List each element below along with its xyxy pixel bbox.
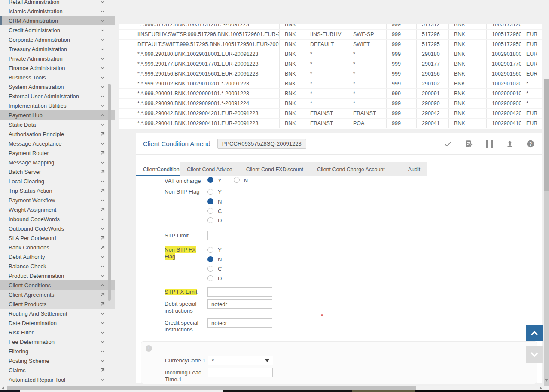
chevron-down-icon <box>100 330 105 335</box>
sidebar-item-islamic-administration[interactable]: Islamic Administration <box>0 6 115 16</box>
scrollbar-right-arrow-icon[interactable] <box>540 386 542 390</box>
horizontal-scrollbar-thumb[interactable] <box>7 386 416 390</box>
tab-audit[interactable]: Audit <box>401 162 427 176</box>
radio-vat-on-charge-n[interactable] <box>234 177 240 183</box>
table-cell: * <box>348 69 387 79</box>
sidebar-item-outbound-codewords[interactable]: Outbound CodeWords <box>0 224 115 233</box>
table-cell <box>521 24 542 29</box>
table-cell: IINSEURHV.SWFSP.999.517296.BNK.100517296… <box>119 30 280 39</box>
sidebar-item-client-conditions[interactable]: Client Conditions <box>0 280 115 290</box>
sidebar-item-static-data[interactable]: Static Data <box>0 120 115 129</box>
horizontal-scrollbar[interactable] <box>0 386 549 390</box>
sidebar-item-finance-administration[interactable]: Finance Administration <box>0 63 115 73</box>
table-cell: *.*.999.290041.BNK.10029004101.EUR-20091… <box>119 119 280 128</box>
sidebar-item-implementation-utilities[interactable]: Implementation Utilities <box>0 101 115 110</box>
tab-client-cond-fxdiscount[interactable]: Client Cond FXDiscount <box>239 162 310 176</box>
table-row[interactable]: *.*.999.290091.BNK.10029009101.*-2009122… <box>119 89 542 99</box>
sidebar-item-batch-server[interactable]: Batch Server <box>0 167 115 176</box>
sidebar-item-authorisation-principle[interactable]: Authorisation Principle <box>0 129 115 139</box>
upload-icon[interactable] <box>505 139 515 149</box>
sidebar-item-trip-status-action[interactable]: Trip Status Action <box>0 186 115 195</box>
sidebar-item-private-administration[interactable]: Private Administration <box>0 54 115 63</box>
sidebar-item-routing-and-settlement[interactable]: Routing And Settlement <box>0 309 115 318</box>
table-row[interactable]: *.*.999.290156.BNK.10029015601.EUR-20091… <box>119 69 542 79</box>
sidebar-item-bank-conditions[interactable]: Bank Conditions <box>0 243 115 252</box>
radio-non-stp-flag-c[interactable] <box>207 208 214 214</box>
table-row[interactable]: *.*.999.290090.BNK.10029009001.*-2009122… <box>119 99 542 109</box>
sidebar-item-corporate-administration[interactable]: Corporate Administration <box>0 35 115 44</box>
sidebar-item-external-user-administration[interactable]: External User Administration <box>0 91 115 101</box>
edit-record-icon[interactable] <box>464 139 473 149</box>
radio-non-stp-fx-flag-n[interactable] <box>207 256 214 262</box>
credit-special-instructions-input[interactable] <box>207 318 272 328</box>
sidebar-item-message-mapping[interactable]: Message Mapping <box>0 158 115 167</box>
tab-client-cond-charge-account[interactable]: Client Cond Charge Account <box>310 162 392 176</box>
chevron-down-icon <box>100 216 105 222</box>
vertical-scrollbar-thumb[interactable] <box>544 79 549 191</box>
sidebar-item-debit-authority[interactable]: Debit Authority <box>0 252 115 261</box>
sidebar-item-credit-administration[interactable]: Credit Administration <box>0 25 115 35</box>
vertical-scrollbar[interactable] <box>544 0 549 386</box>
radio-non-stp-fx-flag-c[interactable] <box>207 266 214 272</box>
sidebar-item-claims[interactable]: Claims <box>0 365 115 375</box>
scrollbar-down-arrow-icon[interactable] <box>545 379 548 382</box>
sidebar-item-balance-check[interactable]: Balance Check <box>0 261 115 271</box>
sidebar-item-payment-hub[interactable]: Payment Hub <box>0 110 115 120</box>
scrollbar-left-arrow-icon[interactable] <box>2 386 4 390</box>
table-row[interactable]: IINSEURHV.SWFSP.999.517296.BNK.100517296… <box>119 30 542 40</box>
table-row[interactable]: *.*.999.290180.BNK.10029018001.EUR-20091… <box>119 49 542 59</box>
scroll-to-top-button[interactable] <box>526 325 543 341</box>
sidebar-item-risk-filter[interactable]: Risk Filter <box>0 328 115 337</box>
table-cell: EUR <box>521 40 542 49</box>
stp-limit-input[interactable] <box>207 231 272 240</box>
sidebar-item-inbound-codewords[interactable]: Inbound CodeWords <box>0 214 115 224</box>
sidebar-item-automated-repair-tool[interactable]: Automated Repair Tool <box>0 375 115 384</box>
sidebar-item-filtering[interactable]: Filtering <box>0 346 115 356</box>
help-icon[interactable]: ? <box>526 139 535 149</box>
table-row[interactable]: *.*.999.290177.BNK.10029017701.EUR-20091… <box>119 59 542 69</box>
table-row[interactable]: *.*.999.290102.BNK.10029010201.*-2009122… <box>119 79 542 89</box>
tab-clientcondition[interactable]: ClientCondition <box>136 162 180 176</box>
table-row[interactable]: DEFAULT.SWIFT.999.517295.BNK.10051729501… <box>119 40 542 49</box>
radio-non-stp-flag-n[interactable] <box>207 198 214 204</box>
stp-fx-limit-input[interactable] <box>207 287 272 297</box>
sidebar-item-posting-scheme[interactable]: Posting Scheme <box>0 356 115 365</box>
sidebar-item-date-determination[interactable]: Date Determination <box>0 318 115 328</box>
table-cell: 10029009101 <box>487 89 521 98</box>
radio-non-stp-flag-y[interactable] <box>207 189 214 195</box>
sidebar-item-retail-administration[interactable]: Retail Administration <box>0 0 115 6</box>
table-row[interactable]: *.*.999.517312.BNK.10051731201.*-2009122… <box>119 24 542 30</box>
add-row-icon[interactable]: + <box>146 345 152 352</box>
hold-icon[interactable] <box>485 139 494 149</box>
currencycode-1-select[interactable]: * <box>208 356 273 365</box>
sidebar-item-fee-determination[interactable]: Fee Determination <box>0 337 115 346</box>
table-cell: EUR <box>521 109 542 118</box>
sidebar-item-payment-workflow[interactable]: Payment Workflow <box>0 195 115 205</box>
sidebar-item-local-clearing[interactable]: Local Clearing <box>0 176 115 186</box>
sidebar-item-client-products[interactable]: Client Products <box>0 299 115 309</box>
client-condition-form: VAT on chargeYNNon STP FlagYNCDSTP Limit… <box>136 176 542 335</box>
table-row[interactable]: *.*.999.290042.BNK.10029004201.EUR-20091… <box>119 109 542 119</box>
sidebar-item-client-agreements[interactable]: Client Agreements <box>0 290 115 299</box>
debit-special-instructions-input[interactable] <box>207 299 272 309</box>
sidebar-item-business-tools[interactable]: Business Tools <box>0 73 115 82</box>
sidebar-item-product-determination[interactable]: Product Determination <box>0 271 115 280</box>
sidebar-scrollbar-thumb[interactable] <box>108 84 111 301</box>
approve-icon[interactable] <box>443 139 453 149</box>
radio-non-stp-fx-flag-y[interactable] <box>207 247 214 253</box>
sidebar-item-weight-assignment[interactable]: Weight Assignment <box>0 205 115 214</box>
sidebar-item-treasury-administration[interactable]: Treasury Administration <box>0 44 115 54</box>
scroll-to-bottom-button[interactable] <box>526 346 543 363</box>
sidebar-item-label: Outbound CodeWords <box>9 225 100 232</box>
radio-vat-on-charge-y[interactable] <box>207 177 214 183</box>
sidebar-item-system-administration[interactable]: System Administration <box>0 82 115 91</box>
table-row[interactable]: *.*.999.290041.BNK.10029004101.EUR-20091… <box>119 119 542 128</box>
sidebar-item-crm-administration[interactable]: CRM Administration <box>0 16 115 25</box>
incoming-lead-time-1-input[interactable] <box>208 368 273 377</box>
radio-non-stp-flag-d[interactable] <box>207 217 214 223</box>
sidebar-item-sla-per-codeword[interactable]: SLA Per Codeword <box>0 233 115 243</box>
sidebar-item-message-acceptance[interactable]: Message Acceptance <box>0 139 115 148</box>
sidebar-item-payment-router[interactable]: Payment Router <box>0 148 115 158</box>
radio-non-stp-fx-flag-d[interactable] <box>207 275 214 281</box>
tab-client-cond-advice[interactable]: Client Cond Advice <box>180 162 239 176</box>
